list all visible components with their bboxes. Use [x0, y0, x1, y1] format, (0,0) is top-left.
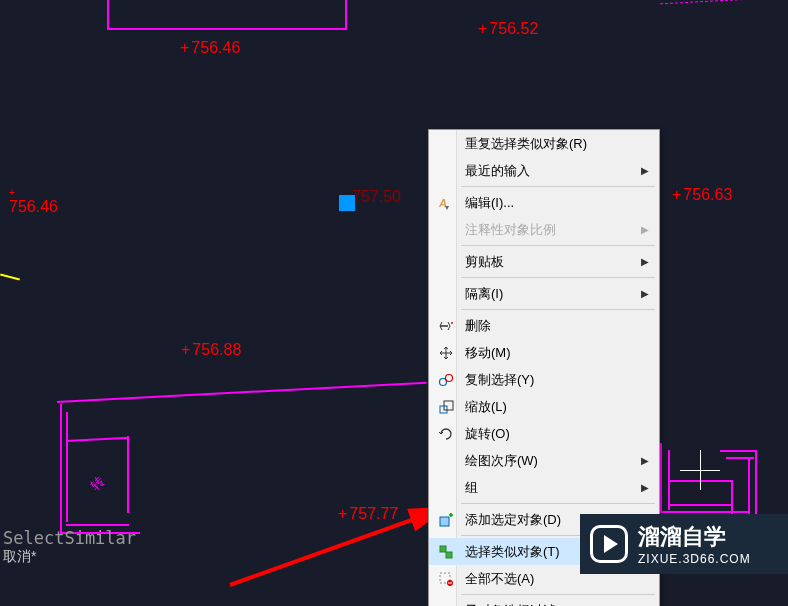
drawing-line	[660, 0, 788, 4]
drawing-line	[660, 511, 750, 513]
menu-item-rotate[interactable]: 旋转(O)	[429, 420, 659, 447]
move-icon	[437, 344, 455, 362]
drawing-line	[726, 457, 754, 459]
menu-item-move[interactable]: 移动(M)	[429, 339, 659, 366]
menu-item-isolate[interactable]: 隔离(I) ▶	[429, 280, 659, 307]
menu-item-recent-input[interactable]: 最近的输入 ▶	[429, 157, 659, 184]
elevation-label: +756.46	[180, 39, 240, 57]
select-similar-icon	[437, 543, 455, 561]
drawing-line	[668, 504, 733, 506]
menu-item-delete[interactable]: 删除	[429, 312, 659, 339]
menu-item-scale[interactable]: 缩放(L)	[429, 393, 659, 420]
drawing-line	[57, 382, 427, 403]
watermark-title: 溜溜自学	[638, 522, 751, 552]
elevation-label: 757.50	[352, 188, 401, 206]
drawing-line	[66, 524, 129, 526]
watermark-url: ZIXUE.3D66.COM	[638, 552, 751, 566]
drawing-line	[0, 273, 20, 280]
menu-separator	[461, 309, 655, 310]
command-history: SelectSimilar	[3, 528, 136, 548]
chevron-right-icon: ▶	[641, 482, 649, 493]
menu-item-edit[interactable]: A▾ 编辑(I)...	[429, 189, 659, 216]
drawing-line	[345, 0, 347, 30]
chevron-right-icon: ▶	[641, 288, 649, 299]
chevron-right-icon: ▶	[641, 224, 649, 235]
svg-point-5	[451, 322, 453, 324]
command-cancel: 取消*	[3, 548, 36, 566]
menu-item-group[interactable]: 组 ▶	[429, 474, 659, 501]
chevron-right-icon: ▶	[641, 165, 649, 176]
scale-icon	[437, 398, 455, 416]
play-icon	[590, 525, 628, 563]
drawing-line	[127, 436, 129, 513]
svg-rect-10	[440, 517, 449, 526]
drawing-line	[107, 0, 109, 28]
deselect-icon	[437, 570, 455, 588]
menu-item-repeat[interactable]: 重复选择类似对象(R)	[429, 130, 659, 157]
menu-item-copy[interactable]: 复制选择(Y)	[429, 366, 659, 393]
elevation-label: +756.63	[672, 186, 732, 204]
elevation-label: +756.46	[9, 187, 58, 216]
drawing-line	[60, 404, 62, 532]
menu-separator	[461, 594, 655, 595]
chevron-right-icon: ▶	[641, 256, 649, 267]
delete-icon	[437, 317, 455, 335]
drawing-line	[660, 443, 662, 513]
menu-item-annotation-scale: 注释性对象比例 ▶	[429, 216, 659, 243]
drawing-line	[755, 450, 757, 520]
menu-item-clipboard[interactable]: 剪贴板 ▶	[429, 248, 659, 275]
copy-icon	[437, 371, 455, 389]
menu-separator	[461, 245, 655, 246]
svg-point-7	[446, 374, 453, 381]
drawing-line	[720, 450, 755, 452]
chevron-right-icon: ▶	[641, 455, 649, 466]
elevation-label: +756.88	[181, 341, 241, 359]
edit-icon: A▾	[437, 194, 455, 212]
rotate-icon	[437, 425, 455, 443]
drawing-line	[66, 412, 68, 522]
add-select-icon	[437, 511, 455, 529]
svg-rect-11	[440, 546, 446, 552]
canvas-text: 转	[87, 473, 109, 495]
watermark: 溜溜自学 ZIXUE.3D66.COM	[580, 514, 788, 574]
svg-text:▾: ▾	[445, 203, 449, 211]
menu-separator	[461, 503, 655, 504]
drawing-line	[66, 437, 129, 442]
elevation-label: +756.52	[478, 20, 538, 38]
crosshair-cursor	[680, 450, 720, 490]
menu-item-subobject-filter[interactable]: 子对象选择过滤	[429, 597, 659, 606]
drawing-line	[668, 480, 733, 482]
menu-separator	[461, 186, 655, 187]
drawing-line	[107, 28, 347, 30]
svg-rect-12	[446, 552, 452, 558]
elevation-label: +757.77	[338, 505, 398, 523]
menu-item-draw-order[interactable]: 绘图次序(W) ▶	[429, 447, 659, 474]
menu-separator	[461, 277, 655, 278]
